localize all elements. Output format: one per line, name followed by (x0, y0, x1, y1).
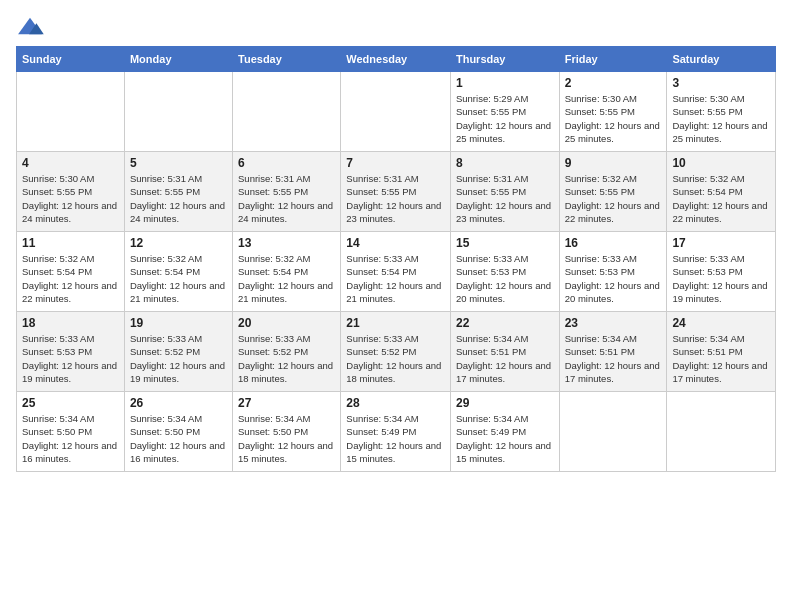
logo-icon (16, 16, 44, 38)
calendar-cell: 26Sunrise: 5:34 AM Sunset: 5:50 PM Dayli… (124, 392, 232, 472)
day-number: 25 (22, 396, 119, 410)
calendar-cell: 6Sunrise: 5:31 AM Sunset: 5:55 PM Daylig… (233, 152, 341, 232)
day-number: 19 (130, 316, 227, 330)
calendar-cell: 10Sunrise: 5:32 AM Sunset: 5:54 PM Dayli… (667, 152, 776, 232)
day-number: 9 (565, 156, 662, 170)
day-info: Sunrise: 5:30 AM Sunset: 5:55 PM Dayligh… (565, 92, 662, 145)
day-info: Sunrise: 5:32 AM Sunset: 5:54 PM Dayligh… (22, 252, 119, 305)
day-number: 12 (130, 236, 227, 250)
calendar-cell: 16Sunrise: 5:33 AM Sunset: 5:53 PM Dayli… (559, 232, 667, 312)
calendar-week: 11Sunrise: 5:32 AM Sunset: 5:54 PM Dayli… (17, 232, 776, 312)
day-info: Sunrise: 5:33 AM Sunset: 5:53 PM Dayligh… (22, 332, 119, 385)
day-info: Sunrise: 5:29 AM Sunset: 5:55 PM Dayligh… (456, 92, 554, 145)
day-number: 27 (238, 396, 335, 410)
calendar-cell: 17Sunrise: 5:33 AM Sunset: 5:53 PM Dayli… (667, 232, 776, 312)
day-info: Sunrise: 5:32 AM Sunset: 5:54 PM Dayligh… (238, 252, 335, 305)
calendar-cell (341, 72, 451, 152)
day-header: Monday (124, 47, 232, 72)
day-info: Sunrise: 5:31 AM Sunset: 5:55 PM Dayligh… (130, 172, 227, 225)
day-number: 4 (22, 156, 119, 170)
calendar-cell: 8Sunrise: 5:31 AM Sunset: 5:55 PM Daylig… (450, 152, 559, 232)
calendar-cell: 18Sunrise: 5:33 AM Sunset: 5:53 PM Dayli… (17, 312, 125, 392)
day-info: Sunrise: 5:34 AM Sunset: 5:51 PM Dayligh… (565, 332, 662, 385)
day-number: 26 (130, 396, 227, 410)
day-info: Sunrise: 5:34 AM Sunset: 5:49 PM Dayligh… (346, 412, 445, 465)
day-info: Sunrise: 5:30 AM Sunset: 5:55 PM Dayligh… (22, 172, 119, 225)
calendar-cell: 27Sunrise: 5:34 AM Sunset: 5:50 PM Dayli… (233, 392, 341, 472)
day-header: Tuesday (233, 47, 341, 72)
logo (16, 16, 48, 38)
day-header: Sunday (17, 47, 125, 72)
day-info: Sunrise: 5:32 AM Sunset: 5:54 PM Dayligh… (672, 172, 770, 225)
day-number: 15 (456, 236, 554, 250)
calendar-cell: 23Sunrise: 5:34 AM Sunset: 5:51 PM Dayli… (559, 312, 667, 392)
header-row: SundayMondayTuesdayWednesdayThursdayFrid… (17, 47, 776, 72)
day-number: 23 (565, 316, 662, 330)
day-number: 1 (456, 76, 554, 90)
day-header: Saturday (667, 47, 776, 72)
day-info: Sunrise: 5:33 AM Sunset: 5:52 PM Dayligh… (346, 332, 445, 385)
day-info: Sunrise: 5:31 AM Sunset: 5:55 PM Dayligh… (346, 172, 445, 225)
day-info: Sunrise: 5:33 AM Sunset: 5:54 PM Dayligh… (346, 252, 445, 305)
calendar-cell (559, 392, 667, 472)
calendar-week: 18Sunrise: 5:33 AM Sunset: 5:53 PM Dayli… (17, 312, 776, 392)
calendar-cell (667, 392, 776, 472)
day-number: 20 (238, 316, 335, 330)
calendar-week: 4Sunrise: 5:30 AM Sunset: 5:55 PM Daylig… (17, 152, 776, 232)
calendar-cell: 11Sunrise: 5:32 AM Sunset: 5:54 PM Dayli… (17, 232, 125, 312)
day-number: 18 (22, 316, 119, 330)
calendar-cell: 21Sunrise: 5:33 AM Sunset: 5:52 PM Dayli… (341, 312, 451, 392)
day-info: Sunrise: 5:32 AM Sunset: 5:55 PM Dayligh… (565, 172, 662, 225)
calendar-cell: 13Sunrise: 5:32 AM Sunset: 5:54 PM Dayli… (233, 232, 341, 312)
calendar-cell: 12Sunrise: 5:32 AM Sunset: 5:54 PM Dayli… (124, 232, 232, 312)
calendar-cell: 3Sunrise: 5:30 AM Sunset: 5:55 PM Daylig… (667, 72, 776, 152)
day-info: Sunrise: 5:31 AM Sunset: 5:55 PM Dayligh… (456, 172, 554, 225)
calendar-cell: 2Sunrise: 5:30 AM Sunset: 5:55 PM Daylig… (559, 72, 667, 152)
day-number: 7 (346, 156, 445, 170)
day-number: 8 (456, 156, 554, 170)
calendar-table: SundayMondayTuesdayWednesdayThursdayFrid… (16, 46, 776, 472)
calendar-week: 1Sunrise: 5:29 AM Sunset: 5:55 PM Daylig… (17, 72, 776, 152)
calendar-week: 25Sunrise: 5:34 AM Sunset: 5:50 PM Dayli… (17, 392, 776, 472)
calendar-cell (233, 72, 341, 152)
calendar-cell: 15Sunrise: 5:33 AM Sunset: 5:53 PM Dayli… (450, 232, 559, 312)
day-number: 11 (22, 236, 119, 250)
day-header: Thursday (450, 47, 559, 72)
calendar-cell: 20Sunrise: 5:33 AM Sunset: 5:52 PM Dayli… (233, 312, 341, 392)
calendar-cell (124, 72, 232, 152)
day-info: Sunrise: 5:34 AM Sunset: 5:51 PM Dayligh… (672, 332, 770, 385)
day-header: Wednesday (341, 47, 451, 72)
day-info: Sunrise: 5:34 AM Sunset: 5:49 PM Dayligh… (456, 412, 554, 465)
calendar-cell: 28Sunrise: 5:34 AM Sunset: 5:49 PM Dayli… (341, 392, 451, 472)
day-number: 24 (672, 316, 770, 330)
calendar-cell (17, 72, 125, 152)
day-number: 6 (238, 156, 335, 170)
calendar-cell: 25Sunrise: 5:34 AM Sunset: 5:50 PM Dayli… (17, 392, 125, 472)
day-info: Sunrise: 5:32 AM Sunset: 5:54 PM Dayligh… (130, 252, 227, 305)
day-number: 22 (456, 316, 554, 330)
day-number: 29 (456, 396, 554, 410)
day-number: 13 (238, 236, 335, 250)
day-info: Sunrise: 5:30 AM Sunset: 5:55 PM Dayligh… (672, 92, 770, 145)
day-info: Sunrise: 5:34 AM Sunset: 5:50 PM Dayligh… (238, 412, 335, 465)
day-number: 28 (346, 396, 445, 410)
day-info: Sunrise: 5:33 AM Sunset: 5:52 PM Dayligh… (238, 332, 335, 385)
day-info: Sunrise: 5:34 AM Sunset: 5:51 PM Dayligh… (456, 332, 554, 385)
day-number: 21 (346, 316, 445, 330)
day-number: 16 (565, 236, 662, 250)
header (16, 16, 776, 38)
calendar-cell: 14Sunrise: 5:33 AM Sunset: 5:54 PM Dayli… (341, 232, 451, 312)
calendar-cell: 24Sunrise: 5:34 AM Sunset: 5:51 PM Dayli… (667, 312, 776, 392)
day-number: 2 (565, 76, 662, 90)
day-number: 14 (346, 236, 445, 250)
day-info: Sunrise: 5:33 AM Sunset: 5:53 PM Dayligh… (672, 252, 770, 305)
day-header: Friday (559, 47, 667, 72)
calendar-cell: 4Sunrise: 5:30 AM Sunset: 5:55 PM Daylig… (17, 152, 125, 232)
day-number: 5 (130, 156, 227, 170)
calendar-cell: 9Sunrise: 5:32 AM Sunset: 5:55 PM Daylig… (559, 152, 667, 232)
calendar-cell: 29Sunrise: 5:34 AM Sunset: 5:49 PM Dayli… (450, 392, 559, 472)
calendar-cell: 1Sunrise: 5:29 AM Sunset: 5:55 PM Daylig… (450, 72, 559, 152)
day-info: Sunrise: 5:34 AM Sunset: 5:50 PM Dayligh… (130, 412, 227, 465)
day-info: Sunrise: 5:34 AM Sunset: 5:50 PM Dayligh… (22, 412, 119, 465)
day-info: Sunrise: 5:31 AM Sunset: 5:55 PM Dayligh… (238, 172, 335, 225)
